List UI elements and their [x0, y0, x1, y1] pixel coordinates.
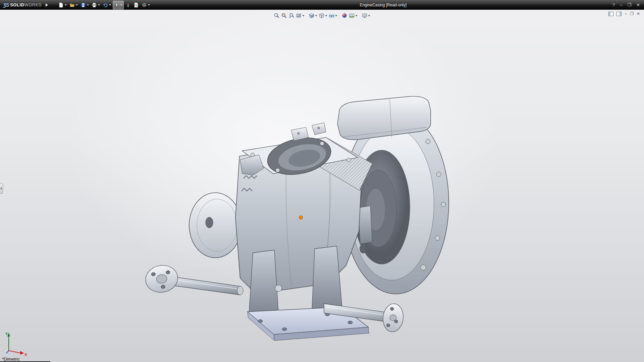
left-shaft: [144, 263, 243, 295]
featuremanager-splitter-handle[interactable]: [0, 183, 3, 194]
new-document-button[interactable]: [57, 1, 68, 9]
zoom-to-area-icon: [281, 13, 287, 18]
undo-icon: [103, 2, 108, 8]
select-tool-button[interactable]: [113, 1, 124, 9]
section-view-icon: [296, 13, 302, 18]
mounting-stand: [312, 246, 342, 311]
ds-logo-icon: ƷS: [3, 2, 9, 8]
document-minimize-button[interactable]: –: [625, 11, 627, 16]
select-dropdown-arrow[interactable]: [120, 4, 122, 6]
document-window-controls: – ❐ ✕: [608, 11, 640, 16]
zoom-to-area-button[interactable]: [281, 12, 288, 19]
hide-show-items-button[interactable]: [328, 12, 338, 19]
apply-scene-dropdown-arrow[interactable]: [356, 15, 358, 16]
apply-scene-icon: [349, 13, 355, 18]
save-button[interactable]: [79, 1, 90, 9]
view-orientation-dropdown-arrow[interactable]: [315, 15, 317, 16]
view-orientation-cube-icon: [309, 13, 315, 18]
document-restore-button[interactable]: ❐: [630, 11, 634, 16]
side-cover-disk: [189, 193, 241, 258]
close-button[interactable]: ✕: [636, 0, 640, 10]
rebuild-traffic-light-icon: [125, 2, 131, 8]
heads-up-view-toolbar: [272, 11, 372, 20]
view-orientation-button[interactable]: [308, 12, 318, 19]
brand-works: WORKS: [24, 2, 42, 7]
origin-marker: [299, 216, 303, 219]
x-axis-label: X: [24, 353, 27, 357]
zoom-to-fit-icon: [274, 13, 280, 18]
menu-expand-arrow-icon[interactable]: [46, 3, 48, 7]
apply-scene-button[interactable]: [348, 12, 358, 19]
reference-triad: Y X: [5, 330, 28, 357]
pivot-bolt: [275, 285, 282, 292]
display-style-cube-icon: [319, 13, 325, 18]
options-gear-icon: [142, 2, 147, 8]
brand-solid: SOLID: [10, 2, 24, 7]
display-style-dropdown-arrow[interactable]: [325, 15, 327, 16]
open-folder-icon: [69, 2, 75, 8]
new-document-icon: [58, 2, 64, 8]
previous-view-icon: [289, 13, 294, 18]
display-style-button[interactable]: [318, 12, 328, 19]
section-view-button[interactable]: [296, 12, 305, 19]
file-properties-button[interactable]: [132, 1, 140, 9]
save-icon: [80, 2, 86, 8]
view-settings-dropdown-arrow[interactable]: [368, 15, 370, 16]
x-axis-arrow: [20, 351, 24, 355]
minimize-button[interactable]: –: [620, 0, 622, 10]
title-bar: ƷS SOLIDWORKS: [0, 0, 644, 10]
undo-dropdown-arrow[interactable]: [109, 4, 111, 6]
options-dropdown-arrow[interactable]: [148, 4, 150, 6]
new-document-dropdown-arrow[interactable]: [65, 4, 67, 6]
section-view-dropdown-arrow[interactable]: [303, 15, 305, 16]
print-button[interactable]: [91, 1, 101, 9]
open-button[interactable]: [68, 1, 79, 9]
file-properties-icon: [133, 2, 139, 8]
undo-button[interactable]: [102, 1, 112, 9]
select-cursor-icon: [114, 2, 119, 8]
mounting-stand: [249, 250, 278, 316]
view-settings-button[interactable]: [361, 12, 371, 19]
solidworks-logo: ƷS SOLIDWORKS: [0, 2, 44, 8]
standard-toolbar: [57, 1, 151, 9]
engine-casing-model[interactable]: [141, 90, 476, 359]
print-dropdown-arrow[interactable]: [98, 4, 100, 6]
graphics-area[interactable]: – ❐ ✕: [0, 10, 644, 362]
print-icon: [92, 2, 97, 8]
edit-appearance-button[interactable]: [341, 12, 348, 19]
rebuild-button[interactable]: [124, 1, 132, 9]
document-title: EngineCasing [Read-only]: [360, 3, 407, 7]
help-button[interactable]: ?: [612, 0, 615, 10]
restore-button[interactable]: ❐: [627, 0, 631, 10]
pane-left-icon[interactable]: [608, 12, 613, 16]
options-button[interactable]: [141, 1, 151, 9]
hide-show-items-dropdown-arrow[interactable]: [335, 15, 337, 16]
window-controls: ? – ❐ ✕: [612, 0, 644, 10]
open-dropdown-arrow[interactable]: [76, 4, 78, 6]
y-axis-label: Y: [5, 332, 8, 336]
brand-text: SOLIDWORKS: [10, 2, 42, 7]
save-dropdown-arrow[interactable]: [87, 4, 89, 6]
view-settings-icon: [362, 13, 368, 18]
document-close-button[interactable]: ✕: [637, 11, 640, 16]
z-axis-line: [6, 351, 9, 353]
zoom-to-fit-button[interactable]: [273, 12, 280, 19]
hide-show-glasses-icon: [329, 13, 335, 18]
previous-view-button[interactable]: [288, 12, 295, 19]
pane-right-icon[interactable]: [616, 12, 622, 16]
edit-appearance-ball-icon: [342, 13, 347, 18]
view-orientation-label: *Dimetric: [2, 357, 20, 362]
